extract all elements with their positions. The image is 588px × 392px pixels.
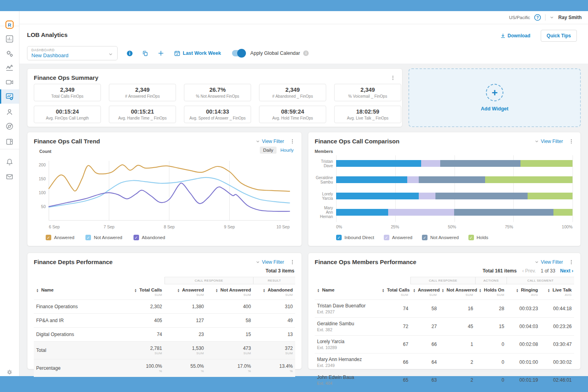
user-menu[interactable]: Ray Smith <box>558 15 582 20</box>
column-header-ringing[interactable]: ▲▼ Ringing <box>507 284 540 294</box>
column-header-name[interactable]: ▲▼ Name <box>315 284 379 294</box>
value-cell: 0 <box>476 353 507 371</box>
sidebar-item-gears[interactable] <box>5 49 14 58</box>
info-icon-gray[interactable]: i <box>303 50 309 56</box>
add-widget-button[interactable]: + Add Widget <box>408 68 581 127</box>
column-header-name[interactable]: ▲▼ Name <box>34 284 123 294</box>
column-header-not-answered[interactable]: ▲▼ Not Answered <box>206 284 253 294</box>
bar-segment-not-answered[interactable] <box>419 176 485 183</box>
bar-segment-not-answered[interactable] <box>454 209 553 216</box>
column-header-total-calls[interactable]: ▲▼ Total Calls <box>123 284 164 294</box>
bar-segment-not-answered[interactable] <box>440 160 520 167</box>
next-page-button[interactable]: Next › <box>560 268 573 274</box>
view-filter-button[interactable]: View Filter <box>534 259 563 265</box>
legend-item[interactable]: ✓Holds <box>468 235 488 240</box>
copy-icon[interactable] <box>142 50 149 57</box>
disc-icon <box>5 122 14 131</box>
legend-item[interactable]: ✓Not Answered <box>422 235 459 240</box>
sidebar-item-envelope[interactable] <box>5 172 14 182</box>
bar-segment-not-answered[interactable] <box>435 193 528 199</box>
bar-segment-answered[interactable] <box>421 160 440 167</box>
sidebar-item-person[interactable] <box>5 107 14 117</box>
kebab-menu-icon[interactable] <box>569 138 574 145</box>
bar-segment-inbound-direct[interactable] <box>336 193 419 199</box>
sidebar-item-lob-analytics[interactable] <box>5 92 14 101</box>
sort-icon: ▲▼ <box>441 288 444 292</box>
legend-checkbox-icon: ✓ <box>46 235 51 240</box>
view-filter-button[interactable]: View Filter <box>255 259 284 265</box>
column-subheader <box>34 293 123 300</box>
kpi-value: 2,349 <box>60 87 74 93</box>
kpi-label: Total Calls FinOps <box>51 94 83 98</box>
value-cell: 2 <box>439 353 475 371</box>
column-header-holds-on[interactable]: ▲▼ Holds On <box>476 284 507 294</box>
bar-segment-inbound-direct[interactable] <box>336 176 407 183</box>
view-filter-button[interactable]: View Filter <box>255 139 284 144</box>
legend-item[interactable]: ✓Answered <box>384 235 412 240</box>
kebab-menu-icon[interactable] <box>390 75 396 81</box>
bar-segment-holds[interactable] <box>553 209 573 216</box>
bar-segment-inbound-direct[interactable] <box>336 160 421 167</box>
column-header-total-calls[interactable]: ▲▼ Total Calls <box>379 284 410 294</box>
y-tick-label: 200 <box>39 162 46 167</box>
quick-tips-button[interactable]: Quick Tips <box>541 30 577 42</box>
bar-segment-holds[interactable] <box>520 160 573 167</box>
sidebar-item-bar-chart[interactable] <box>5 34 14 44</box>
left-navigation: R <box>0 11 19 376</box>
column-subheader: SUM <box>164 293 206 300</box>
kebab-menu-icon[interactable] <box>290 259 295 265</box>
sidebar-item-bell[interactable] <box>5 157 14 167</box>
bar-segment-holds[interactable] <box>528 193 573 199</box>
chevron-down-icon[interactable] <box>549 15 554 20</box>
comparison-row: Geraldine Sambu <box>315 172 573 188</box>
legend-checkbox-icon: ✓ <box>422 235 427 240</box>
bar-segment-answered[interactable] <box>419 193 435 199</box>
kpi-value: 2,349 <box>360 87 375 93</box>
kpi-card: 2,349% Voicemail _ FinOps <box>334 84 401 101</box>
hourly-toggle[interactable]: Hourly <box>280 148 294 153</box>
kebab-menu-icon[interactable] <box>569 259 574 265</box>
prev-page-button[interactable]: ‹ Prev. <box>522 268 536 274</box>
column-header-answered[interactable]: ▲▼ Answered <box>164 284 206 294</box>
top-bar: US/Pacific ? Ray Smith <box>19 11 588 24</box>
date-range-picker[interactable]: Last Work Week <box>174 50 221 56</box>
sidebar-item-disc[interactable] <box>5 122 14 131</box>
info-icon[interactable] <box>126 50 133 57</box>
sidebar-active-indicator <box>0 89 1 104</box>
bar-segment-answered[interactable] <box>388 209 455 216</box>
table-row: Tristan Dave BuenaflorExt. 2927745816280… <box>315 300 574 318</box>
global-calendar-toggle[interactable] <box>232 50 246 56</box>
kpi-label: % Voicemail _ FinOps <box>348 94 387 98</box>
plus-icon[interactable] <box>157 50 164 57</box>
category-label: Geraldine Sambu <box>315 176 336 184</box>
bar-segment-inbound-direct[interactable] <box>336 209 388 216</box>
value-cell: 473SUM <box>206 342 253 359</box>
download-button[interactable]: Download <box>500 33 530 39</box>
kpi-card: 18:02:59Avg. Live Talk _ FinOps <box>334 106 401 123</box>
bar-segment-holds[interactable] <box>485 176 573 183</box>
column-header-not-answered[interactable]: ▲▼ Not Answered <box>439 284 475 294</box>
sidebar-item-rooms-panel[interactable] <box>5 137 14 147</box>
legend-item[interactable]: ✓Answered <box>46 235 74 240</box>
sidebar-item-settings-gear[interactable] <box>5 367 14 377</box>
column-header-answered[interactable]: ▲▼ Answered <box>411 284 439 294</box>
help-icon[interactable]: ? <box>534 14 541 21</box>
value-cell: 63 <box>411 371 439 389</box>
legend-checkbox-icon: ✓ <box>384 235 389 240</box>
view-filter-button[interactable]: View Filter <box>534 139 563 144</box>
bar-segment-answered[interactable] <box>407 176 419 183</box>
legend-label: Not Answered <box>430 235 459 240</box>
kebab-menu-icon[interactable] <box>290 138 295 145</box>
dashboard-select[interactable]: DASHBOARD New Dashboard <box>27 46 118 60</box>
name-cell: Tristan Dave BuenaflorExt. 2927 <box>315 300 379 318</box>
sidebar-item-video-camera[interactable] <box>5 77 14 87</box>
column-header-abandoned[interactable]: ▲▼ Abandoned <box>253 284 295 294</box>
x-tick-label: 6 Sep <box>49 224 60 229</box>
sidebar-item-qos-trend[interactable] <box>5 63 14 72</box>
column-subheader: AVG <box>507 293 540 300</box>
legend-item[interactable]: ✓Abandoned <box>133 235 165 240</box>
column-header-live-talk[interactable]: ▲▼ Live Talk <box>540 284 574 294</box>
daily-toggle[interactable]: Daily <box>260 147 277 154</box>
legend-item[interactable]: ✓Not Answered <box>85 235 122 240</box>
legend-item[interactable]: ✓Inbound Direct <box>336 235 374 240</box>
